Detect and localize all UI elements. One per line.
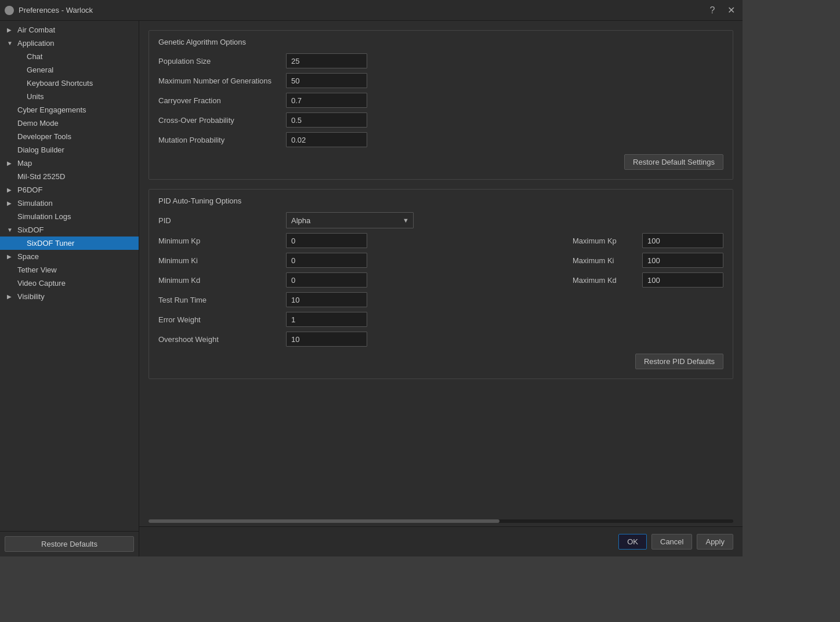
sidebar-item-application[interactable]: ▼Application: [0, 37, 139, 50]
sidebar-footer: Restore Defaults: [0, 531, 139, 556]
pid-left-input-min-kp[interactable]: [286, 233, 367, 248]
pid-right-input-max-ki[interactable]: [642, 253, 723, 268]
pid-right-label-max-ki: Maximum Ki: [573, 256, 642, 265]
restore-pid-defaults-button[interactable]: Restore PID Defaults: [635, 354, 723, 369]
genetic-input-population-size[interactable]: [286, 53, 367, 68]
sidebar-item-sixdof-tuner[interactable]: SixDOF Tuner: [0, 237, 139, 250]
pid-minmax-row-1: Minimum KiMaximum Ki: [158, 253, 723, 268]
pid-dropdown-wrap[interactable]: AlphaBetaGamma ▼: [286, 212, 414, 228]
sidebar-label-demo-mode: Demo Mode: [17, 119, 59, 128]
sidebar-arrow-icon-application: ▼: [7, 40, 15, 46]
sidebar-arrow-icon-map: ▶: [7, 160, 15, 166]
sidebar: ▶Air Combat▼ApplicationChatGeneralKeyboa…: [0, 21, 139, 556]
genetic-label-max-generations: Maximum Number of Generations: [158, 77, 286, 85]
sidebar-item-visibility[interactable]: ▶Visibility: [0, 290, 139, 303]
main-layout: ▶Air Combat▼ApplicationChatGeneralKeyboa…: [0, 21, 743, 556]
scrollbar-track[interactable]: [149, 519, 733, 523]
pid-minmax-row-2: Minimum KdMaximum Kd: [158, 272, 723, 288]
genetic-label-crossover-probability: Cross-Over Probability: [158, 116, 286, 125]
pid-left-input-min-kd[interactable]: [286, 272, 367, 288]
genetic-field-row-population-size: Population Size: [158, 53, 723, 68]
sidebar-item-developer-tools[interactable]: Developer Tools: [0, 130, 139, 143]
sidebar-item-cyber-engagements[interactable]: Cyber Engagements: [0, 103, 139, 117]
sidebar-label-visibility: Visibility: [17, 292, 45, 301]
sidebar-label-application: Application: [17, 39, 55, 48]
sidebar-item-video-capture[interactable]: Video Capture: [0, 277, 139, 290]
sidebar-label-air-combat: Air Combat: [17, 26, 55, 34]
sidebar-item-space[interactable]: ▶Space: [0, 250, 139, 263]
pid-single-input-test-run-time[interactable]: [286, 292, 367, 307]
pid-section-title: PID Auto-Tuning Options: [158, 197, 723, 205]
pid-actions: Restore PID Defaults: [158, 354, 723, 369]
sidebar-item-dialog-builder[interactable]: Dialog Builder: [0, 143, 139, 157]
title-bar: Preferences - Warlock ? ✕: [0, 0, 743, 21]
sidebar-arrow-icon-air-combat: ▶: [7, 27, 15, 33]
pid-single-label-overshoot-weight: Overshoot Weight: [158, 335, 286, 344]
sidebar-item-map[interactable]: ▶Map: [0, 157, 139, 170]
genetic-input-crossover-probability[interactable]: [286, 112, 367, 128]
sidebar-item-simulation[interactable]: ▶Simulation: [0, 197, 139, 210]
sidebar-label-space: Space: [17, 252, 39, 261]
sidebar-label-simulation: Simulation: [17, 199, 53, 208]
genetic-field-row-max-generations: Maximum Number of Generations: [158, 73, 723, 88]
pid-single-fields: Test Run TimeError WeightOvershoot Weigh…: [158, 292, 723, 347]
sidebar-item-units[interactable]: Units: [0, 90, 139, 103]
genetic-actions: Restore Default Settings: [158, 154, 723, 170]
pid-section: PID Auto-Tuning Options PID AlphaBetaGam…: [149, 189, 733, 379]
content-area: Genetic Algorithm Options Population Siz…: [139, 21, 743, 518]
sidebar-label-sixdof: SixDOF: [17, 225, 44, 234]
sidebar-item-p6dof[interactable]: ▶P6DOF: [0, 183, 139, 197]
window-title: Preferences - Warlock: [19, 6, 705, 14]
genetic-field-row-carryover-fraction: Carryover Fraction: [158, 93, 723, 108]
pid-single-input-error-weight[interactable]: [286, 312, 367, 327]
ok-button[interactable]: OK: [618, 534, 647, 550]
pid-select[interactable]: AlphaBetaGamma: [286, 212, 414, 228]
window-controls: ? ✕: [705, 3, 738, 17]
pid-single-input-overshoot-weight[interactable]: [286, 332, 367, 347]
sidebar-item-general[interactable]: General: [0, 63, 139, 77]
sidebar-item-tether-view[interactable]: Tether View: [0, 263, 139, 277]
help-button[interactable]: ?: [705, 3, 719, 17]
sidebar-arrow-icon-simulation: ▶: [7, 200, 15, 206]
genetic-input-max-generations[interactable]: [286, 73, 367, 88]
pid-right-input-max-kd[interactable]: [642, 272, 723, 288]
genetic-label-mutation-probability: Mutation Probability: [158, 136, 286, 144]
app-icon: [5, 6, 14, 15]
pid-right-input-max-kp[interactable]: [642, 233, 723, 248]
restore-default-settings-button[interactable]: Restore Default Settings: [624, 154, 723, 170]
sidebar-item-simulation-logs[interactable]: Simulation Logs: [0, 210, 139, 223]
sidebar-label-units: Units: [27, 92, 44, 101]
sidebar-item-air-combat[interactable]: ▶Air Combat: [0, 23, 139, 37]
sidebar-content: ▶Air Combat▼ApplicationChatGeneralKeyboa…: [0, 21, 139, 531]
sidebar-label-sixdof-tuner: SixDOF Tuner: [27, 239, 74, 248]
pid-left-label-min-ki: Minimum Ki: [158, 256, 286, 265]
sidebar-label-general: General: [27, 66, 53, 74]
pid-left-input-min-ki[interactable]: [286, 253, 367, 268]
sidebar-arrow-icon-visibility: ▶: [7, 293, 15, 300]
restore-defaults-button[interactable]: Restore Defaults: [5, 536, 134, 552]
sidebar-item-chat[interactable]: Chat: [0, 50, 139, 63]
sidebar-label-chat: Chat: [27, 52, 42, 61]
sidebar-label-developer-tools: Developer Tools: [17, 132, 71, 141]
sidebar-item-keyboard-shortcuts[interactable]: Keyboard Shortcuts: [0, 77, 139, 90]
pid-left-label-min-kp: Minimum Kp: [158, 237, 286, 245]
sidebar-label-keyboard-shortcuts: Keyboard Shortcuts: [27, 79, 93, 88]
genetic-field-row-crossover-probability: Cross-Over Probability: [158, 112, 723, 128]
sidebar-item-demo-mode[interactable]: Demo Mode: [0, 117, 139, 130]
close-button[interactable]: ✕: [724, 3, 738, 17]
sidebar-label-cyber-engagements: Cyber Engagements: [17, 106, 86, 114]
pid-label: PID: [158, 216, 286, 225]
sidebar-item-mil-std-2525d[interactable]: Mil-Std 2525D: [0, 170, 139, 183]
genetic-field-row-mutation-probability: Mutation Probability: [158, 132, 723, 147]
genetic-label-carryover-fraction: Carryover Fraction: [158, 96, 286, 105]
pid-row: PID AlphaBetaGamma ▼: [158, 212, 723, 228]
sidebar-item-sixdof[interactable]: ▼SixDOF: [0, 223, 139, 237]
pid-single-label-error-weight: Error Weight: [158, 315, 286, 324]
pid-right-label-max-kp: Maximum Kp: [573, 237, 642, 245]
genetic-input-mutation-probability[interactable]: [286, 132, 367, 147]
apply-button[interactable]: Apply: [697, 534, 733, 550]
bottom-bar: OK Cancel Apply: [139, 526, 743, 556]
pid-single-row-overshoot-weight: Overshoot Weight: [158, 332, 723, 347]
cancel-button[interactable]: Cancel: [651, 534, 692, 550]
genetic-input-carryover-fraction[interactable]: [286, 93, 367, 108]
